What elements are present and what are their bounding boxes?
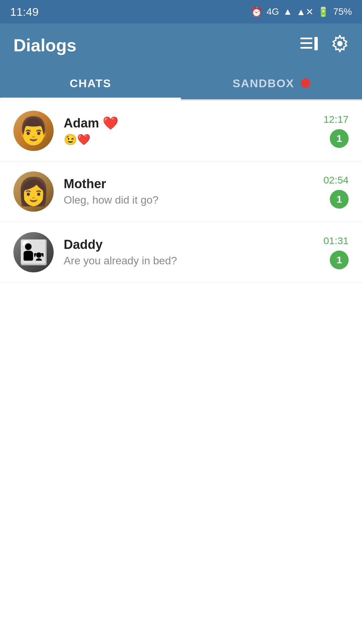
chat-preview-mother: Oleg, how did it go? xyxy=(64,194,323,206)
signal-icon: ▲ xyxy=(283,6,293,17)
battery-percent: 75% xyxy=(333,6,352,17)
chat-time-adam: 12:17 xyxy=(323,114,349,125)
chat-info-mother: Mother Oleg, how did it go? xyxy=(64,177,323,206)
chat-list: Adam ❤️ 😉❤️ 12:17 1 Mother Oleg, how did… xyxy=(0,101,362,283)
chat-meta-mother: 02:54 1 xyxy=(323,174,349,209)
chat-preview-adam: 😉❤️ xyxy=(64,133,323,146)
unread-badge-mother: 1 xyxy=(330,190,349,209)
battery-icon: 🔋 xyxy=(317,6,329,17)
chat-name-adam: Adam ❤️ xyxy=(64,116,323,130)
tab-chats[interactable]: CHATS xyxy=(0,67,181,99)
chat-time-mother: 02:54 xyxy=(323,174,349,186)
network-label: 4G xyxy=(266,6,279,17)
svg-rect-2 xyxy=(300,47,312,49)
chat-meta-adam: 12:17 1 xyxy=(323,114,349,148)
status-icons: ⏰ 4G ▲ ▲✕ 🔋 75% xyxy=(251,6,352,17)
chat-info-daddy: Daddy Are you already in bed? xyxy=(64,237,323,267)
unread-badge-daddy: 1 xyxy=(330,251,349,269)
avatar-adam xyxy=(13,111,54,151)
chat-name-daddy: Daddy xyxy=(64,237,323,252)
app-title: Dialogs xyxy=(13,35,76,55)
chat-preview-daddy: Are you already in bed? xyxy=(64,255,323,267)
avatar-daddy xyxy=(13,232,54,272)
signal-x-icon: ▲✕ xyxy=(296,6,313,17)
unread-badge-adam: 1 xyxy=(330,129,349,148)
tab-sandbox[interactable]: SANDBOX xyxy=(181,67,362,99)
app-header: Dialogs xyxy=(0,23,362,67)
tab-sandbox-label: SANDBOX xyxy=(233,77,294,90)
new-chat-button[interactable] xyxy=(300,36,318,54)
settings-button[interactable] xyxy=(331,35,349,56)
svg-rect-4 xyxy=(314,37,318,50)
alarm-icon: ⏰ xyxy=(251,6,262,17)
status-bar: 11:49 ⏰ 4G ▲ ▲✕ 🔋 75% xyxy=(0,0,362,23)
svg-point-5 xyxy=(337,41,343,46)
unread-count-mother: 1 xyxy=(337,194,342,205)
avatar-mother xyxy=(13,171,54,212)
unread-count-adam: 1 xyxy=(337,133,342,144)
tab-indicator xyxy=(0,99,362,101)
chat-meta-daddy: 01:31 1 xyxy=(323,235,349,269)
tab-sandbox-content: SANDBOX xyxy=(233,77,310,90)
tabs-container: CHATS SANDBOX xyxy=(0,67,362,99)
tab-chats-label: CHATS xyxy=(70,77,112,90)
chat-item-mother[interactable]: Mother Oleg, how did it go? 02:54 1 xyxy=(0,161,362,222)
chat-info-adam: Adam ❤️ 😉❤️ xyxy=(64,116,323,146)
chat-item-daddy[interactable]: Daddy Are you already in bed? 01:31 1 xyxy=(0,222,362,283)
svg-rect-1 xyxy=(300,42,312,44)
chat-item-adam[interactable]: Adam ❤️ 😉❤️ 12:17 1 xyxy=(0,101,362,161)
chat-time-daddy: 01:31 xyxy=(323,235,349,247)
svg-rect-0 xyxy=(300,38,312,39)
sandbox-notification-dot xyxy=(301,78,310,88)
status-time: 11:49 xyxy=(10,5,39,18)
header-icons xyxy=(300,35,349,56)
empty-area xyxy=(0,283,362,644)
unread-count-daddy: 1 xyxy=(337,254,342,266)
chat-name-mother: Mother xyxy=(64,177,323,191)
